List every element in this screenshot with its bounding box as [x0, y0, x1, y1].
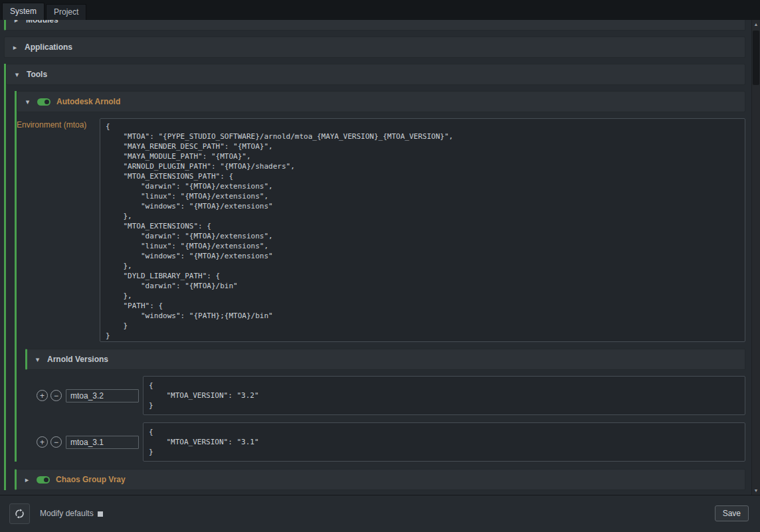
- scroll-down-button[interactable]: ▼: [752, 486, 760, 495]
- section-header-tools[interactable]: ▾ Tools: [6, 64, 745, 85]
- modify-defaults-checkbox[interactable]: [98, 511, 103, 517]
- settings-sections: ▸ Modules ▸ Applications ▾ Tools: [4, 20, 745, 490]
- refresh-button[interactable]: [9, 503, 30, 524]
- settings-window: System Project ▸ Modules ▸ Applications: [0, 0, 760, 532]
- arnold-enabled-toggle[interactable]: [37, 98, 50, 106]
- save-button[interactable]: Save: [715, 505, 749, 521]
- scrollbar[interactable]: ▲ ▼: [751, 20, 760, 495]
- section-header-vray[interactable]: ▸ Chaos Group Vray: [15, 469, 745, 490]
- settings-scroll-area: ▸ Modules ▸ Applications ▾ Tools: [0, 20, 751, 495]
- version-json-textarea[interactable]: { "MTOA_VERSION": "3.1" }: [143, 422, 745, 462]
- applications-label: Applications: [25, 43, 72, 52]
- section-header-applications[interactable]: ▸ Applications: [4, 37, 745, 58]
- toggle-knob: [45, 100, 49, 104]
- vray-label: Chaos Group Vray: [56, 475, 126, 484]
- arnold-versions-label: Arnold Versions: [47, 355, 108, 364]
- version-row: + − { "MTOA_VERSION": "3.2" }: [37, 376, 745, 415]
- add-version-button[interactable]: +: [37, 436, 48, 448]
- section-header-arnold[interactable]: ▾ Autodesk Arnold: [17, 91, 745, 112]
- version-json-textarea[interactable]: { "MTOA_VERSION": "3.2" }: [143, 376, 745, 415]
- chevron-down-icon: ▾: [13, 70, 21, 79]
- version-name-input[interactable]: [66, 389, 139, 402]
- tab-system[interactable]: System: [2, 3, 45, 20]
- modify-defaults-label: Modify defaults: [40, 495, 94, 532]
- chevron-right-icon: ▸: [11, 43, 19, 52]
- footer-bar: Modify defaults Save: [0, 495, 760, 532]
- settings-panel: ▸ Modules ▸ Applications ▾ Tools: [0, 20, 760, 495]
- chevron-down-icon: ▾: [34, 355, 41, 364]
- modules-label: Modules: [26, 20, 58, 25]
- section-header-modules[interactable]: ▸ Modules: [4, 20, 745, 31]
- environment-json-textarea[interactable]: { "MTOA": "{PYPE_STUDIO_SOFTWARE}/arnold…: [100, 118, 745, 342]
- remove-version-button[interactable]: −: [50, 390, 62, 401]
- version-name-input[interactable]: [66, 436, 139, 449]
- remove-version-button[interactable]: −: [50, 436, 62, 448]
- environment-label: Environment (mtoa): [17, 118, 100, 342]
- chevron-right-icon: ▸: [13, 20, 20, 25]
- environment-row: Environment (mtoa) { "MTOA": "{PYPE_STUD…: [17, 118, 745, 342]
- tools-label: Tools: [27, 70, 47, 79]
- arnold-label: Autodesk Arnold: [56, 97, 120, 106]
- vray-enabled-toggle[interactable]: [37, 476, 50, 484]
- scroll-thumb[interactable]: [753, 31, 759, 85]
- arnold-group: ▾ Autodesk Arnold Environment (mtoa) { "…: [15, 91, 745, 462]
- tab-bar: System Project: [0, 0, 760, 20]
- chevron-right-icon: ▸: [23, 476, 31, 484]
- tab-project[interactable]: Project: [46, 4, 86, 20]
- scroll-up-button[interactable]: ▲: [752, 20, 760, 29]
- section-header-arnold-versions[interactable]: ▾ Arnold Versions: [25, 349, 745, 370]
- add-version-button[interactable]: +: [37, 390, 48, 401]
- tools-group: ▾ Tools ▾ Autodesk Arnold Environment (m…: [4, 64, 745, 490]
- toggle-knob: [44, 478, 48, 482]
- version-row: + − { "MTOA_VERSION": "3.1" }: [37, 422, 745, 462]
- chevron-down-icon: ▾: [24, 98, 31, 106]
- refresh-icon: [14, 508, 25, 519]
